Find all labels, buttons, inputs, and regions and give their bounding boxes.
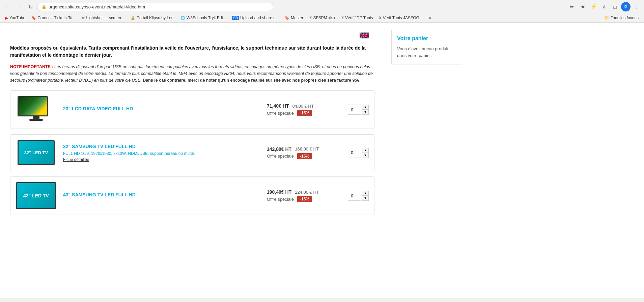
lock-icon: 🔒 (41, 4, 47, 9)
qty-up-samsung43[interactable]: ▲ (362, 191, 369, 196)
bookmarks-bar: ▶ YouTube 🔖 Cronos - Tickets-Ta... ✏ Lig… (0, 13, 644, 23)
bookmark-upload-label: Upload and share s... (240, 16, 279, 20)
price-old-lcd23: 84,00 € HT (292, 104, 314, 109)
tv-display-43: 43" LED TV (16, 182, 56, 209)
product-image-samsung43: 43" LED TV (16, 182, 56, 209)
monitor-screen (18, 96, 48, 116)
bookmark-sfspm-label: SFSPM.xlsx (313, 16, 335, 20)
bookmark-verif-tunis[interactable]: X Vérif Tunis JASFGG... (376, 15, 425, 21)
bookmark-w3schools-label: W3Schools Tryit Edi... (187, 16, 226, 20)
share-button[interactable]: ➦ (567, 2, 577, 11)
qty-down-samsung43[interactable]: ▼ (362, 196, 369, 201)
price-current-lcd23: 71,40€ HT (267, 103, 289, 109)
price-row-samsung43: 190,40€ HT 224,00 € HT (267, 189, 319, 195)
w3schools-icon: 🌐 (180, 16, 185, 20)
sidebar: Votre panier Vous n'avez aucun produit d… (385, 23, 469, 298)
offre-label-lcd23: Offre spéciale (267, 111, 294, 116)
cart-title: Votre panier (397, 35, 456, 42)
qty-up-samsung32[interactable]: ▲ (362, 148, 369, 153)
address-bar: 🔒 (37, 3, 273, 11)
bookmark-cronos-label: Cronos - Tickets-Ta... (37, 16, 76, 20)
main-content: Modèles proposés ou équivalents. Tarifs … (0, 23, 385, 298)
bookmark-youtube[interactable]: ▶ YouTube (3, 15, 28, 21)
verif-jdp-icon: X (341, 16, 344, 20)
quantity-input-samsung32[interactable] (348, 148, 361, 158)
quantity-input-samsung43[interactable] (348, 191, 361, 201)
forward-button[interactable]: → (14, 2, 24, 11)
bookmarks-more[interactable]: » (426, 15, 434, 21)
browser-toolbar: ← → ↻ 🔒 ➦ ★ ⚡ ⇓ □ P ⋮ (0, 0, 644, 13)
tv-display-32: 32" LED TV (18, 140, 55, 165)
uk-flag-svg (360, 32, 369, 38)
qty-down-lcd23[interactable]: ▼ (362, 110, 369, 115)
extensions-button[interactable]: ⚡ (589, 2, 598, 11)
product-info-samsung32: 32" SAMSUNG TV LED FULL HD FULL HD 16/9,… (63, 144, 260, 162)
monitor-stand (33, 116, 39, 119)
bookmark-portail-label: Portail Klipso by Leni (137, 16, 174, 20)
product-link-samsung32[interactable]: Fiche détaillée (63, 157, 260, 162)
price-old-samsung43: 224,00 € HT (295, 190, 319, 195)
price-current-samsung43: 190,40€ HT (267, 189, 291, 195)
verif-tunis-icon: X (379, 16, 382, 20)
quantity-control-samsung43: ▲ ▼ (348, 191, 369, 201)
back-button[interactable]: ← (3, 2, 12, 11)
bookmarks-folder[interactable]: 📁 Tous les favoris (601, 15, 641, 21)
reload-button[interactable]: ↻ (26, 2, 35, 11)
discount-badge-samsung32: -15% (297, 153, 312, 159)
cart-box: Votre panier Vous n'avez aucun produit d… (391, 30, 462, 64)
monitor-display (18, 96, 55, 123)
product-pricing-lcd23: 71,40€ HT 84,00 € HT Offre spéciale -15% (267, 103, 334, 116)
bookmark-portail[interactable]: 🔒 Portail Klipso by Leni (128, 15, 177, 21)
bookmark-upload[interactable]: SB Upload and share s... (229, 15, 281, 21)
cronos-icon: 🔖 (31, 16, 36, 20)
note-section: NOTE IMPORTANTE : Les écrans disposant d… (10, 63, 374, 84)
bookmark-master[interactable]: 🔖 Master (282, 15, 306, 21)
price-old-samsung32: 168,00 € HT (295, 146, 319, 152)
lightshot-icon: ✏ (82, 16, 85, 20)
profile-button[interactable]: P (621, 2, 631, 11)
qty-buttons-samsung43: ▲ ▼ (362, 191, 369, 201)
uk-flag[interactable] (360, 32, 369, 38)
bookmark-lightshot[interactable]: ✏ Lightshot — screen... (79, 15, 127, 21)
qty-down-samsung32[interactable]: ▼ (362, 153, 369, 158)
bookmark-youtube-label: YouTube (9, 16, 25, 20)
price-row-lcd23: 71,40€ HT 84,00 € HT (267, 103, 314, 109)
product-image-lcd23 (16, 96, 56, 123)
toolbar-right: ➦ ★ ⚡ ⇓ □ P ⋮ (567, 2, 641, 11)
product-card-samsung32: 32" LED TV 32" SAMSUNG TV LED FULL HD FU… (10, 134, 374, 171)
bookmark-master-label: Master (291, 16, 303, 20)
product-title-lcd23: 23" LCD DATA-VIDEO FULL HD (63, 106, 260, 111)
offre-label-samsung43: Offre spéciale (267, 197, 294, 202)
bookmark-verif-jdp-label: Vérif JDP Tunis (345, 16, 373, 20)
discount-badge-lcd23: -15% (297, 110, 312, 116)
product-info-samsung43: 43" SAMSUNG TV LED FULL HD (63, 192, 260, 199)
bookmarks-folder-label: Tous les favoris (611, 16, 639, 20)
product-card-samsung43: 43" LED TV 43" SAMSUNG TV LED FULL HD 19… (10, 176, 374, 215)
bookmark-cronos[interactable]: 🔖 Cronos - Tickets-Ta... (29, 15, 78, 21)
bookmark-verif-jdp[interactable]: X Vérif JDP Tunis (339, 15, 376, 21)
browser-chrome: ← → ↻ 🔒 ➦ ★ ⚡ ⇓ □ P ⋮ ▶ YouTube 🔖 Cronos… (0, 0, 644, 23)
offre-row-samsung32: Offre spéciale -15% (267, 153, 312, 159)
bookmark-w3schools[interactable]: 🌐 W3Schools Tryit Edi... (178, 15, 229, 21)
tv-label-32: 32" LED TV (24, 150, 48, 155)
quantity-control-samsung32: ▲ ▼ (348, 148, 369, 158)
monitor-content (19, 97, 47, 115)
bookmark-button[interactable]: ★ (578, 2, 587, 11)
bookmark-sfspm[interactable]: X SFSPM.xlsx (307, 15, 338, 21)
url-input[interactable] (49, 4, 269, 9)
youtube-icon: ▶ (5, 16, 8, 20)
qty-buttons-lcd23: ▲ ▼ (362, 105, 369, 115)
menu-button[interactable]: ⋮ (632, 2, 641, 11)
product-title-samsung32: 32" SAMSUNG TV LED FULL HD (63, 144, 260, 149)
product-info-lcd23: 23" LCD DATA-VIDEO FULL HD (63, 106, 260, 113)
offre-row-samsung43: Offre spéciale -15% (267, 196, 312, 202)
price-current-samsung32: 142,80€ HT (267, 146, 291, 152)
quantity-input-lcd23[interactable] (348, 105, 361, 115)
tv-label-43: 43" LED TV (23, 193, 49, 198)
portail-icon: 🔒 (131, 16, 135, 20)
offre-row-lcd23: Offre spéciale -15% (267, 110, 312, 116)
window-button[interactable]: □ (610, 2, 620, 11)
offre-label-samsung32: Offre spéciale (267, 154, 294, 159)
download-button[interactable]: ⇓ (599, 2, 609, 11)
qty-up-lcd23[interactable]: ▲ (362, 105, 369, 110)
